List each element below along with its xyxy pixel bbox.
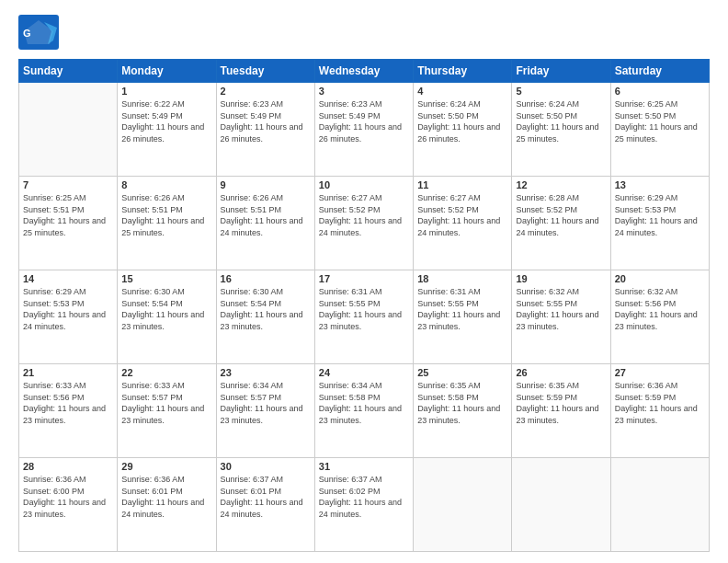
table-row: 3 Sunrise: 6:23 AMSunset: 5:49 PMDayligh…: [314, 83, 413, 177]
table-row: 29 Sunrise: 6:36 AMSunset: 6:01 PMDaylig…: [118, 458, 216, 552]
table-row: 6 Sunrise: 6:25 AMSunset: 5:50 PMDayligh…: [610, 83, 709, 177]
day-number: 20: [615, 273, 705, 284]
day-info: Sunrise: 6:23 AMSunset: 5:49 PMDaylight:…: [221, 99, 303, 144]
day-info: Sunrise: 6:33 AMSunset: 5:57 PMDaylight:…: [121, 381, 204, 425]
day-number: 29: [121, 461, 211, 472]
day-number: 3: [319, 86, 409, 97]
col-tuesday: Tuesday: [216, 60, 314, 83]
day-info: Sunrise: 6:32 AMSunset: 5:56 PMDaylight:…: [615, 287, 698, 331]
table-row: 17 Sunrise: 6:31 AMSunset: 5:55 PMDaylig…: [314, 270, 413, 364]
day-number: 1: [121, 86, 211, 97]
table-row: [414, 458, 512, 552]
day-number: 28: [23, 461, 113, 472]
svg-text:G: G: [23, 28, 31, 39]
day-info: Sunrise: 6:31 AMSunset: 5:55 PMDaylight:…: [417, 287, 500, 331]
table-row: 24 Sunrise: 6:34 AMSunset: 5:58 PMDaylig…: [314, 364, 413, 458]
calendar-week-row: 1 Sunrise: 6:22 AMSunset: 5:49 PMDayligh…: [19, 83, 710, 177]
calendar-week-row: 21 Sunrise: 6:33 AMSunset: 5:56 PMDaylig…: [19, 364, 710, 458]
day-info: Sunrise: 6:27 AMSunset: 5:52 PMDaylight:…: [417, 193, 500, 237]
table-row: 2 Sunrise: 6:23 AMSunset: 5:49 PMDayligh…: [216, 83, 314, 177]
day-number: 22: [121, 367, 211, 378]
table-row: 26 Sunrise: 6:35 AMSunset: 5:59 PMDaylig…: [512, 364, 610, 458]
day-info: Sunrise: 6:36 AMSunset: 5:59 PMDaylight:…: [615, 381, 698, 425]
table-row: 12 Sunrise: 6:28 AMSunset: 5:52 PMDaylig…: [512, 177, 610, 270]
day-info: Sunrise: 6:27 AMSunset: 5:52 PMDaylight:…: [319, 193, 402, 237]
day-info: Sunrise: 6:23 AMSunset: 5:49 PMDaylight:…: [319, 99, 402, 144]
table-row: 8 Sunrise: 6:26 AMSunset: 5:51 PMDayligh…: [118, 177, 216, 270]
col-friday: Friday: [512, 60, 610, 83]
day-number: 14: [23, 273, 113, 284]
table-row: 27 Sunrise: 6:36 AMSunset: 5:59 PMDaylig…: [610, 364, 709, 458]
day-number: 24: [319, 367, 409, 378]
col-thursday: Thursday: [414, 60, 512, 83]
day-number: 23: [221, 367, 311, 378]
day-number: 11: [417, 179, 507, 190]
table-row: 7 Sunrise: 6:25 AMSunset: 5:51 PMDayligh…: [19, 177, 118, 270]
day-number: 31: [319, 461, 409, 472]
day-info: Sunrise: 6:36 AMSunset: 6:01 PMDaylight:…: [121, 475, 204, 519]
day-info: Sunrise: 6:24 AMSunset: 5:50 PMDaylight:…: [516, 99, 598, 144]
day-info: Sunrise: 6:37 AMSunset: 6:01 PMDaylight:…: [221, 475, 303, 519]
table-row: [512, 458, 610, 552]
day-info: Sunrise: 6:32 AMSunset: 5:55 PMDaylight:…: [516, 287, 598, 331]
day-info: Sunrise: 6:24 AMSunset: 5:50 PMDaylight:…: [417, 99, 500, 144]
day-info: Sunrise: 6:25 AMSunset: 5:50 PMDaylight:…: [615, 99, 698, 144]
day-info: Sunrise: 6:35 AMSunset: 5:58 PMDaylight:…: [417, 381, 500, 425]
table-row: 16 Sunrise: 6:30 AMSunset: 5:54 PMDaylig…: [216, 270, 314, 364]
col-wednesday: Wednesday: [314, 60, 413, 83]
table-row: 19 Sunrise: 6:32 AMSunset: 5:55 PMDaylig…: [512, 270, 610, 364]
day-info: Sunrise: 6:26 AMSunset: 5:51 PMDaylight:…: [121, 193, 204, 237]
day-info: Sunrise: 6:29 AMSunset: 5:53 PMDaylight:…: [615, 193, 698, 237]
day-number: 12: [516, 179, 606, 190]
table-row: 13 Sunrise: 6:29 AMSunset: 5:53 PMDaylig…: [610, 177, 709, 270]
day-number: 10: [319, 179, 409, 190]
day-number: 13: [615, 179, 705, 190]
table-row: 28 Sunrise: 6:36 AMSunset: 6:00 PMDaylig…: [19, 458, 118, 552]
table-row: 30 Sunrise: 6:37 AMSunset: 6:01 PMDaylig…: [216, 458, 314, 552]
table-row: [610, 458, 709, 552]
col-sunday: Sunday: [19, 60, 118, 83]
day-info: Sunrise: 6:30 AMSunset: 5:54 PMDaylight:…: [221, 287, 303, 331]
col-saturday: Saturday: [610, 60, 709, 83]
table-row: 14 Sunrise: 6:29 AMSunset: 5:53 PMDaylig…: [19, 270, 118, 364]
table-row: 23 Sunrise: 6:34 AMSunset: 5:57 PMDaylig…: [216, 364, 314, 458]
table-row: 31 Sunrise: 6:37 AMSunset: 6:02 PMDaylig…: [314, 458, 413, 552]
day-number: 7: [23, 179, 113, 190]
table-row: 20 Sunrise: 6:32 AMSunset: 5:56 PMDaylig…: [610, 270, 709, 364]
header: G: [18, 15, 710, 50]
day-info: Sunrise: 6:30 AMSunset: 5:54 PMDaylight:…: [121, 287, 204, 331]
calendar-header-row: Sunday Monday Tuesday Wednesday Thursday…: [19, 60, 710, 83]
logo-icon: G: [18, 15, 59, 50]
col-monday: Monday: [118, 60, 216, 83]
day-info: Sunrise: 6:25 AMSunset: 5:51 PMDaylight:…: [23, 193, 106, 237]
calendar-week-row: 14 Sunrise: 6:29 AMSunset: 5:53 PMDaylig…: [19, 270, 710, 364]
day-number: 15: [121, 273, 211, 284]
day-number: 5: [516, 86, 606, 97]
table-row: 18 Sunrise: 6:31 AMSunset: 5:55 PMDaylig…: [414, 270, 512, 364]
day-number: 18: [417, 273, 507, 284]
day-number: 27: [615, 367, 705, 378]
day-info: Sunrise: 6:31 AMSunset: 5:55 PMDaylight:…: [319, 287, 402, 331]
table-row: 4 Sunrise: 6:24 AMSunset: 5:50 PMDayligh…: [414, 83, 512, 177]
day-info: Sunrise: 6:35 AMSunset: 5:59 PMDaylight:…: [516, 381, 598, 425]
day-info: Sunrise: 6:34 AMSunset: 5:58 PMDaylight:…: [319, 381, 402, 425]
calendar-week-row: 28 Sunrise: 6:36 AMSunset: 6:00 PMDaylig…: [19, 458, 710, 552]
day-number: 16: [221, 273, 311, 284]
day-info: Sunrise: 6:33 AMSunset: 5:56 PMDaylight:…: [23, 381, 106, 425]
table-row: 11 Sunrise: 6:27 AMSunset: 5:52 PMDaylig…: [414, 177, 512, 270]
table-row: 25 Sunrise: 6:35 AMSunset: 5:58 PMDaylig…: [414, 364, 512, 458]
day-number: 19: [516, 273, 606, 284]
day-info: Sunrise: 6:34 AMSunset: 5:57 PMDaylight:…: [221, 381, 303, 425]
day-number: 25: [417, 367, 507, 378]
calendar: Sunday Monday Tuesday Wednesday Thursday…: [18, 59, 710, 552]
day-number: 8: [121, 179, 211, 190]
table-row: 1 Sunrise: 6:22 AMSunset: 5:49 PMDayligh…: [118, 83, 216, 177]
day-number: 21: [23, 367, 113, 378]
table-row: 22 Sunrise: 6:33 AMSunset: 5:57 PMDaylig…: [118, 364, 216, 458]
day-info: Sunrise: 6:26 AMSunset: 5:51 PMDaylight:…: [221, 193, 303, 237]
calendar-week-row: 7 Sunrise: 6:25 AMSunset: 5:51 PMDayligh…: [19, 177, 710, 270]
day-number: 26: [516, 367, 606, 378]
day-number: 9: [221, 179, 311, 190]
table-row: 5 Sunrise: 6:24 AMSunset: 5:50 PMDayligh…: [512, 83, 610, 177]
table-row: 10 Sunrise: 6:27 AMSunset: 5:52 PMDaylig…: [314, 177, 413, 270]
